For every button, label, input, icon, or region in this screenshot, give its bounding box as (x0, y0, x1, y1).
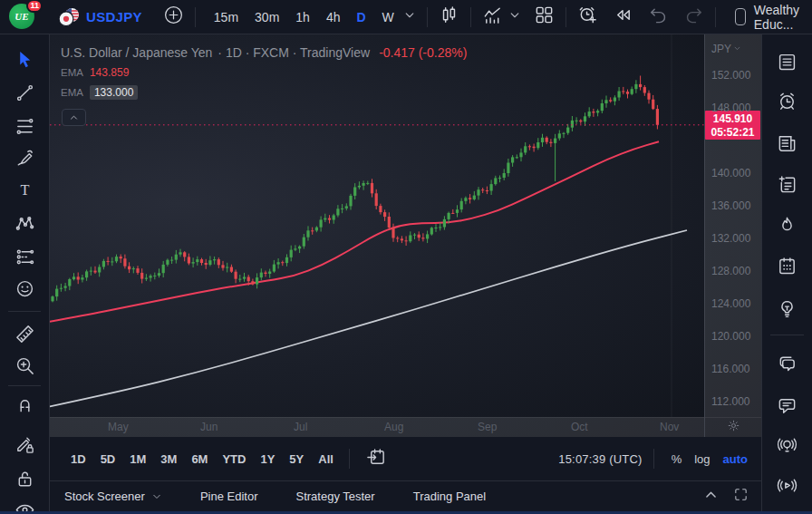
toolbar-separator (566, 7, 566, 27)
zoom-in-icon[interactable] (11, 353, 38, 378)
fib-retracement-icon[interactable] (11, 113, 38, 139)
chart-style-button[interactable] (436, 2, 462, 32)
indicator-row-ema-slow[interactable]: EMA 133.000 (61, 85, 467, 100)
panel-stock-screener[interactable]: Stock Screener (64, 490, 162, 503)
trend-line-icon[interactable] (11, 80, 38, 105)
plus-circle-icon (163, 5, 184, 29)
last-price: 145.910 (705, 112, 760, 127)
live-streams-icon[interactable] (774, 472, 801, 498)
alerts-icon[interactable] (774, 88, 801, 113)
cursor-icon[interactable] (11, 46, 38, 72)
layout-grid-button[interactable] (531, 2, 557, 32)
scale-%[interactable]: % (665, 449, 689, 470)
range-YTD[interactable]: YTD (215, 448, 253, 470)
range-5D[interactable]: 5D (93, 448, 123, 470)
price-axis[interactable]: JPY 145.910 05:52:21 152.000148.000140.0… (705, 34, 761, 417)
symbol-title[interactable]: U.S. Dollar / Japanese Yen (61, 45, 212, 60)
range-6M[interactable]: 6M (184, 448, 215, 470)
app-logo[interactable]: UE 11 (9, 4, 36, 31)
chart-legend: U.S. Dollar / Japanese Yen · 1D · FXCM ·… (61, 45, 467, 100)
ideas-stream-icon[interactable] (774, 432, 801, 457)
drawing-lock-icon[interactable] (11, 432, 38, 457)
forecast-icon[interactable] (11, 244, 38, 269)
go-to-date-button[interactable] (363, 444, 390, 474)
indicators-button[interactable] (479, 2, 506, 32)
ruler-icon[interactable] (11, 321, 38, 346)
panel-pine-editor[interactable]: Pine Editor (200, 490, 258, 503)
timeframe-D[interactable]: D (350, 7, 372, 27)
chats-icon[interactable] (774, 350, 801, 375)
month-label: Jun (200, 421, 218, 433)
month-label: Oct (571, 421, 588, 433)
bar-countdown: 05:52:21 (705, 126, 760, 141)
calendar-arrow-icon (366, 447, 387, 471)
range-1Y[interactable]: 1Y (253, 448, 282, 470)
drawing-toolbar: T (0, 34, 50, 511)
indicator-row-ema-fast[interactable]: EMA 143.859 (61, 66, 467, 79)
layout-account-menu[interactable]: Wealthy Educ... (735, 3, 812, 32)
text-icon[interactable]: T (11, 178, 38, 203)
time-axis[interactable]: MayJunJulAugSepOctNov (50, 417, 704, 437)
price-tick: 140.000 (711, 167, 750, 179)
price-tick: 116.000 (711, 363, 750, 375)
indicator-label: EMA (61, 67, 83, 78)
news-icon[interactable] (774, 131, 801, 156)
timeframes-chevron-button[interactable] (401, 6, 419, 28)
create-alert-button[interactable] (575, 2, 601, 32)
indicator-value: 133.000 (90, 85, 138, 100)
chart-settings-button[interactable] (705, 417, 761, 437)
indicator-templates-chevron[interactable] (506, 6, 524, 28)
text-notes-icon[interactable] (774, 171, 801, 197)
hide-drawings-icon[interactable] (11, 497, 38, 511)
compare-add-symbol-button[interactable] (160, 2, 187, 32)
timeframe-30m[interactable]: 30m (248, 7, 285, 27)
range-All[interactable]: All (311, 448, 341, 470)
toolbar-separator (427, 7, 428, 27)
toolbar-separator (470, 7, 471, 27)
layout-square-icon (735, 8, 746, 25)
xabcd-pattern-icon[interactable] (11, 210, 38, 236)
bar-replay-button[interactable] (610, 2, 636, 32)
lock-all-icon[interactable] (11, 466, 38, 491)
open-panel-button[interactable] (700, 483, 722, 509)
range-1M[interactable]: 1M (122, 448, 153, 470)
replay-icon (613, 5, 633, 29)
top-toolbar: UE 11 USDJPY 15m30m1h4hDW (0, 0, 812, 34)
scale-auto[interactable]: auto (717, 449, 754, 470)
fullscreen-button[interactable] (730, 483, 752, 509)
symbol-search-button[interactable]: USDJPY (58, 6, 142, 28)
indicators-icon (482, 5, 503, 29)
scale-log[interactable]: log (688, 449, 716, 470)
range-3M[interactable]: 3M (153, 448, 184, 470)
redo-icon (683, 5, 704, 29)
gear-icon (727, 419, 740, 436)
panel-strategy-tester[interactable]: Strategy Tester (295, 490, 374, 503)
collapse-legend-button[interactable] (62, 109, 86, 126)
private-chat-icon[interactable] (774, 393, 801, 418)
timeframe-W[interactable]: W (376, 7, 401, 27)
brush-icon[interactable] (11, 145, 38, 170)
month-label: Aug (384, 421, 403, 433)
chart-pane[interactable]: U.S. Dollar / Japanese Yen · 1D · FXCM ·… (50, 34, 704, 417)
range-1D[interactable]: 1D (63, 448, 93, 470)
timeframe-15m[interactable]: 15m (208, 7, 245, 27)
range-5Y[interactable]: 5Y (282, 448, 311, 470)
magnet-icon[interactable] (11, 391, 38, 416)
watchlist-icon[interactable] (774, 49, 801, 74)
undo-button[interactable] (645, 2, 672, 32)
hotlists-icon[interactable] (774, 212, 801, 238)
timeframe-1h[interactable]: 1h (289, 7, 316, 27)
currency-label: JPY (711, 43, 731, 55)
calendar-icon[interactable] (774, 253, 801, 278)
month-label: Jul (294, 421, 307, 433)
redo-button[interactable] (681, 2, 707, 32)
price-axis-currency[interactable]: JPY (711, 43, 741, 55)
price-tick: 148.000 (711, 102, 750, 114)
timeframe-4h[interactable]: 4h (320, 7, 347, 27)
grid-layout-icon (534, 5, 555, 29)
timeframe-group: 15m30m1h4hDW (208, 7, 401, 27)
clock[interactable]: 15:07:39 (UTC) (558, 452, 642, 466)
panel-trading-panel[interactable]: Trading Panel (413, 490, 486, 503)
ideas-icon[interactable] (774, 296, 801, 321)
emoji-icon[interactable] (11, 276, 38, 301)
